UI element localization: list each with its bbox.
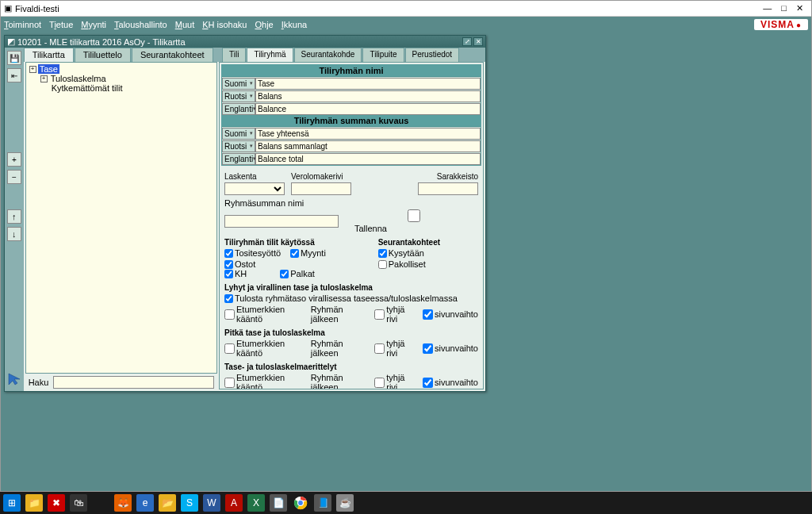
tab-tililuettelo[interactable]: Tililuettelo: [75, 48, 131, 62]
tab-seurantakohteet-left[interactable]: Seurantakohteet: [132, 48, 213, 62]
menu-ohje[interactable]: Ohje: [255, 20, 273, 29]
menu-myynti[interactable]: Myynti: [81, 20, 106, 29]
cb-kysytaan[interactable]: Kysytään: [378, 248, 424, 258]
save-icon[interactable]: 💾: [7, 51, 21, 65]
inner-restore-button[interactable]: ⤢: [462, 37, 472, 46]
menu-toiminnot[interactable]: Toiminnot: [4, 20, 41, 29]
export-icon[interactable]: ⇤: [7, 68, 21, 82]
tab-tilikartta[interactable]: Tilikartta: [24, 48, 74, 62]
verolomake-input[interactable]: [291, 182, 351, 195]
word-icon[interactable]: W: [203, 494, 220, 512]
tree-node-tuloslaskelma[interactable]: + Tuloslaskelma: [39, 74, 215, 83]
start-button[interactable]: ⊞: [3, 494, 21, 512]
firefox-icon[interactable]: 🦊: [114, 494, 132, 512]
group-name-header: Tiliryhmän nimi: [222, 65, 481, 77]
section-lyhyt-title: Lyhyt ja virallinen tase ja tuloslaskelm…: [224, 283, 478, 292]
notepad-icon[interactable]: 📄: [270, 494, 287, 512]
laskenta-select[interactable]: [224, 182, 285, 195]
minus-button[interactable]: −: [7, 170, 21, 184]
ryhmasumma-label: Ryhmäsumman nimi: [224, 198, 304, 208]
edge-icon[interactable]: e: [136, 494, 154, 512]
section-seur-title: Seurantakohteet: [378, 238, 478, 247]
cb-ostot[interactable]: Ostot: [224, 259, 255, 269]
tab-perustiedot[interactable]: Perustiedot: [405, 48, 460, 62]
search-row: Haku: [24, 374, 219, 391]
explorer-icon[interactable]: 📁: [25, 494, 43, 512]
tree-label-tuloslaskelma[interactable]: Tuloslaskelma: [49, 74, 108, 83]
expand-icon[interactable]: +: [29, 66, 36, 73]
plus-button[interactable]: +: [7, 152, 21, 167]
java-icon[interactable]: ☕: [336, 494, 354, 512]
app-icon-1[interactable]: ✖: [48, 494, 65, 512]
tree-node-tase[interactable]: + Tase: [28, 64, 215, 74]
expand-icon[interactable]: +: [40, 75, 48, 82]
name-fi-input[interactable]: [255, 78, 481, 90]
cb-etumerkit-2[interactable]: Etumerkkien kääntö: [224, 339, 300, 358]
tab-tili[interactable]: Tili: [222, 48, 246, 62]
menu-muut[interactable]: Muut: [175, 20, 194, 29]
verolomake-label: Verolomakerivi: [291, 172, 351, 181]
workspace: ◩ 10201 - MLE tilikartta 2016 AsOy - Til…: [1, 32, 811, 491]
close-button[interactable]: ✕: [796, 3, 803, 13]
app-icon-2[interactable]: 📘: [314, 494, 331, 512]
maximize-button[interactable]: □: [781, 3, 787, 13]
acrobat-icon[interactable]: A: [225, 494, 243, 512]
sum-sv-input[interactable]: [255, 140, 481, 152]
store-icon[interactable]: 🛍: [70, 494, 87, 512]
lang-fi-button-2[interactable]: Suomi: [222, 128, 255, 140]
sum-fi-input[interactable]: [255, 128, 481, 140]
windows-taskbar: ⊞ 📁 ✖ 🛍 🦊 e 📂 S W A X 📄 📘 ☕: [0, 492, 812, 514]
name-en-input[interactable]: [255, 103, 481, 115]
tree-label-tase[interactable]: Tase: [38, 64, 59, 74]
account-tree[interactable]: + Tase + Tuloslaskelma Kytkemättömät til…: [25, 62, 217, 374]
tallenna-checkbox[interactable]: Tallenna: [354, 209, 478, 233]
cb-myynti[interactable]: Myynti: [290, 248, 326, 258]
down-arrow-button[interactable]: ↓: [7, 227, 21, 241]
menu-kh-isohaku[interactable]: KH isohaku: [202, 20, 247, 29]
tree-node-kytkemattomat[interactable]: Kytkemättömät tilit: [39, 83, 215, 93]
folder-icon-2[interactable]: 📂: [159, 494, 176, 512]
app-icon: ▣: [4, 3, 12, 13]
cb-etumerkit-3[interactable]: Etumerkkien kääntö: [224, 373, 300, 389]
sum-en-input[interactable]: [255, 153, 481, 165]
cb-palkat[interactable]: Palkat: [280, 269, 315, 278]
tab-seurantakohde[interactable]: Seurantakohde: [294, 48, 362, 62]
controls-area: Laskenta Verolomakerivi Sarakkeisto Ryhm…: [221, 167, 481, 389]
tree-label-kytkemattomat[interactable]: Kytkemättömät tilit: [50, 83, 124, 93]
inner-window-title: 10201 - MLE tilikartta 2016 AsOy - Tilik…: [17, 37, 186, 47]
sarakkeisto-input[interactable]: [418, 182, 478, 195]
cb-tositesyotto[interactable]: Tositesyöttö: [224, 248, 281, 258]
laskenta-label: Laskenta: [224, 172, 285, 181]
cb-tyhja-1[interactable]: tyhjä rivi: [374, 305, 412, 324]
cb-kh[interactable]: KH: [224, 269, 247, 278]
menu-taloushallinto[interactable]: Taloushallinto: [114, 20, 167, 29]
inner-close-button[interactable]: ✕: [473, 37, 483, 46]
cb-sivu-1[interactable]: sivunvaihto: [423, 309, 478, 320]
cb-etumerkit-1[interactable]: Etumerkkien kääntö: [224, 305, 300, 324]
menu-tietue[interactable]: Tietue: [49, 20, 73, 29]
pointer-icon[interactable]: [6, 370, 23, 388]
lang-en-button[interactable]: Englanti: [222, 103, 255, 115]
lang-sv-button-2[interactable]: Ruotsi: [222, 140, 255, 152]
minimize-button[interactable]: —: [763, 3, 772, 13]
tab-tiliryhma[interactable]: Tiliryhmä: [247, 48, 293, 62]
search-input[interactable]: [53, 376, 214, 389]
skype-icon[interactable]: S: [181, 494, 198, 512]
lang-en-button-2[interactable]: Englanti: [222, 153, 255, 165]
menu-ikkuna[interactable]: Ikkuna: [282, 20, 307, 29]
lang-fi-button[interactable]: Suomi: [222, 78, 255, 90]
cb-pakolliset[interactable]: Pakolliset: [378, 259, 426, 269]
tab-tilipuite[interactable]: Tilipuite: [362, 48, 404, 62]
lang-sv-button[interactable]: Ruotsi: [222, 90, 255, 102]
cb-tyhja-2[interactable]: tyhjä rivi: [374, 339, 412, 358]
inner-titlebar: ◩ 10201 - MLE tilikartta 2016 AsOy - Til…: [5, 36, 485, 48]
cb-sivu-3[interactable]: sivunvaihto: [423, 378, 478, 388]
cb-tulosta-ryhma[interactable]: Tulosta ryhmätaso virallisessa taseessa/…: [224, 293, 458, 303]
excel-icon[interactable]: X: [247, 494, 265, 512]
ryhmasumma-input[interactable]: [224, 215, 339, 228]
chrome-icon[interactable]: [292, 494, 309, 512]
cb-sivu-2[interactable]: sivunvaihto: [423, 343, 478, 354]
up-arrow-button[interactable]: ↑: [7, 209, 21, 224]
name-sv-input[interactable]: [255, 90, 481, 102]
cb-tyhja-3[interactable]: tyhjä rivi: [374, 373, 412, 389]
